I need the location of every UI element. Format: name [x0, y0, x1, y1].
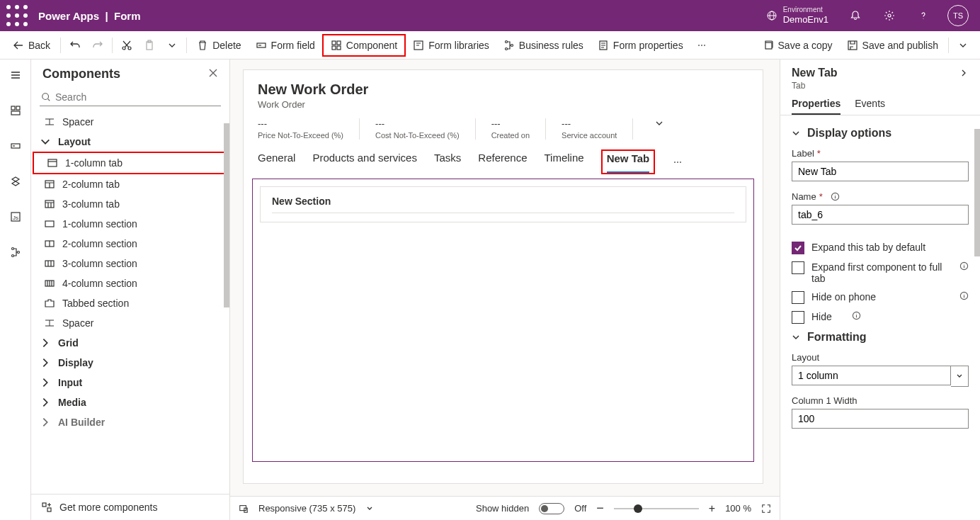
svg-point-23	[505, 47, 507, 50]
svg-point-2	[23, 5, 28, 9]
svg-point-5	[23, 13, 28, 18]
environment-picker[interactable]: Environment DemoEnv1	[758, 6, 837, 26]
form-libraries-button[interactable]: Form libraries	[406, 35, 496, 55]
tab-tasks[interactable]: Tasks	[434, 152, 461, 172]
app-title: Power Apps | Form	[38, 10, 141, 22]
responsive-icon[interactable]	[239, 504, 249, 514]
svg-rect-34	[11, 144, 20, 148]
kpi-created: ---Created on	[491, 118, 546, 140]
group-formatting[interactable]: Formatting	[792, 331, 969, 344]
scrollbar[interactable]	[974, 129, 980, 256]
tab-new[interactable]: New Tab	[607, 152, 650, 173]
new-section[interactable]: New Section	[260, 186, 746, 222]
expand-default-checkbox[interactable]	[792, 242, 804, 254]
svg-point-7	[15, 22, 19, 26]
zoom-out[interactable]: −	[596, 501, 604, 516]
scrollbar[interactable]	[224, 123, 229, 307]
settings-icon[interactable]	[874, 0, 905, 31]
chevron-down-icon[interactable]	[365, 504, 374, 513]
rp-tab-events[interactable]: Events	[855, 98, 885, 115]
hide-phone-label: Hide on phone	[811, 291, 952, 303]
item-3-column-tab[interactable]: 3-column tab	[31, 194, 229, 214]
rp-subtitle: Tab	[780, 81, 980, 95]
search-input[interactable]	[40, 89, 221, 106]
close-icon[interactable]	[208, 68, 218, 80]
waffle-icon[interactable]	[6, 0, 28, 31]
component-button[interactable]: Component	[322, 34, 406, 57]
item-tabbed-section[interactable]: Tabbed section	[31, 293, 229, 313]
item-2-column-tab[interactable]: 2-column tab	[31, 174, 229, 194]
layout-dropdown-icon[interactable]	[951, 366, 969, 387]
info-icon[interactable]	[852, 311, 861, 320]
more-tabs-icon[interactable]	[672, 157, 683, 168]
zoom-slider[interactable]	[614, 508, 699, 509]
cut-button[interactable]	[115, 35, 138, 55]
fit-icon[interactable]	[761, 504, 771, 514]
undo-button[interactable]	[64, 35, 86, 55]
business-rules-button[interactable]: Business rules	[496, 35, 591, 55]
paste-dropdown[interactable]	[161, 35, 183, 55]
user-avatar[interactable]: TS	[947, 5, 969, 26]
overflow-button[interactable]	[690, 35, 713, 55]
responsive-label[interactable]: Responsive (735 x 575)	[258, 503, 355, 514]
rules-rail-icon[interactable]	[4, 241, 27, 264]
group-display-options[interactable]: Display options	[792, 127, 969, 140]
hide-phone-checkbox[interactable]	[792, 291, 804, 304]
delete-button[interactable]: Delete	[190, 35, 248, 55]
tab-general[interactable]: General	[258, 152, 295, 172]
hide-checkbox[interactable]	[792, 311, 804, 324]
svg-point-37	[11, 248, 13, 250]
hamburger-icon[interactable]	[4, 64, 27, 86]
col1w-input[interactable]	[792, 409, 969, 429]
show-hidden-toggle[interactable]	[539, 503, 564, 514]
zoom-in[interactable]: +	[709, 502, 715, 515]
form-field-button[interactable]: Form field	[249, 35, 322, 55]
info-icon[interactable]	[831, 192, 840, 201]
save-copy-button[interactable]: Save a copy	[756, 35, 840, 55]
info-icon[interactable]	[959, 291, 969, 300]
toggle-off-label: Off	[574, 503, 586, 514]
tab-content-area[interactable]: New Section	[252, 179, 754, 462]
tab-products[interactable]: Products and services	[312, 152, 417, 172]
svg-rect-29	[765, 43, 772, 49]
label-input[interactable]	[792, 162, 969, 181]
svg-point-40	[42, 94, 49, 100]
layout-select[interactable]	[792, 366, 951, 385]
chevron-right-icon[interactable]	[959, 68, 969, 78]
item-4-column-section[interactable]: 4-column section	[31, 273, 229, 293]
back-button[interactable]: Back	[6, 35, 57, 55]
group-layout[interactable]: Layout	[31, 132, 229, 152]
group-display[interactable]: Display	[31, 353, 229, 373]
components-rail-icon[interactable]	[4, 99, 27, 122]
group-media[interactable]: Media	[31, 392, 229, 412]
save-dropdown[interactable]	[952, 35, 974, 55]
field-rail-icon[interactable]	[4, 135, 27, 157]
item-1-column-tab[interactable]: 1-column tab	[33, 152, 228, 174]
notifications-icon[interactable]	[840, 0, 871, 31]
group-ai-builder[interactable]: AI Builder	[31, 412, 229, 432]
tree-rail-icon[interactable]	[4, 170, 27, 193]
form-properties-button[interactable]: Form properties	[591, 35, 690, 55]
form-canvas[interactable]: New Work Order Work Order ---Price Not-T…	[243, 69, 763, 484]
layout-label: Layout	[792, 352, 969, 363]
js-rail-icon[interactable]: Js	[4, 205, 27, 228]
expand-first-checkbox[interactable]	[792, 261, 804, 274]
svg-point-26	[698, 45, 700, 46]
info-icon[interactable]	[959, 261, 969, 271]
item-1-column-section[interactable]: 1-column section	[31, 214, 229, 234]
item-spacer2[interactable]: Spacer	[31, 313, 229, 333]
group-input[interactable]: Input	[31, 373, 229, 392]
item-3-column-section[interactable]: 3-column section	[31, 254, 229, 273]
name-input[interactable]	[792, 205, 969, 225]
item-2-column-section[interactable]: 2-column section	[31, 234, 229, 254]
item-spacer[interactable]: Spacer	[31, 112, 229, 132]
get-more-components[interactable]: Get more components	[31, 494, 229, 520]
help-icon[interactable]	[908, 0, 939, 31]
rp-tab-properties[interactable]: Properties	[792, 98, 841, 115]
tab-reference[interactable]: Reference	[478, 152, 527, 172]
label-field-label: Label *	[792, 148, 969, 159]
tab-timeline[interactable]: Timeline	[545, 152, 584, 172]
save-publish-button[interactable]: Save and publish	[840, 35, 945, 55]
chevron-down-icon[interactable]	[654, 118, 664, 128]
group-grid[interactable]: Grid	[31, 333, 229, 353]
